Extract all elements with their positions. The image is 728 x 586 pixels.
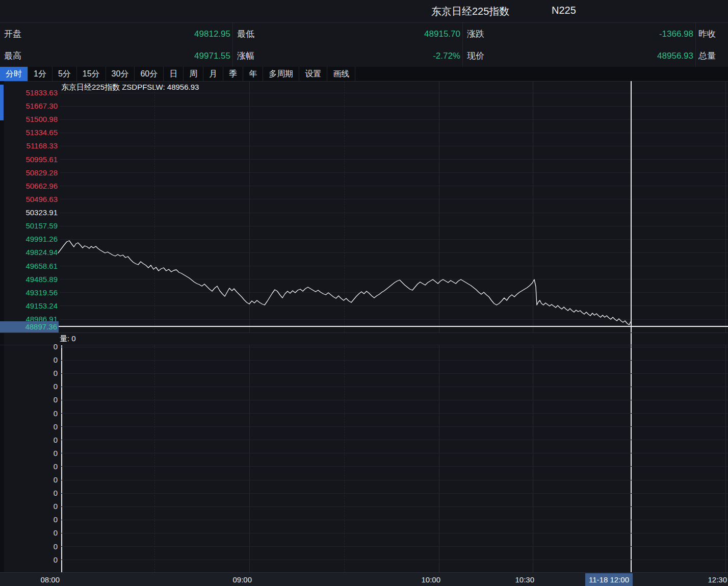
price-polyline: [58, 241, 631, 325]
stat-low: 最低 48915.70: [233, 23, 463, 45]
stat-high-value: 49971.55: [194, 51, 230, 61]
volume-gridline-h: [60, 506, 728, 507]
volume-axis-label: 0: [0, 515, 58, 524]
tab-设置[interactable]: 设置: [299, 67, 327, 81]
volume-axis-label: 0: [0, 355, 58, 365]
stat-prev-close-label: 昨收: [698, 28, 716, 40]
volume-pane[interactable]: 00000000000000000: [0, 345, 728, 573]
title-bar: 东京日经225指数 N225: [0, 0, 728, 23]
volume-gridline-h: [60, 440, 728, 440]
volume-gridline-h: [60, 426, 728, 427]
stat-open-label: 开盘: [4, 28, 21, 40]
stat-prev-close: 昨收: [696, 23, 728, 45]
x-axis-label: 10:30: [515, 575, 534, 585]
stat-open-value: 49812.95: [194, 29, 230, 39]
volume-axis-label: 0: [0, 462, 58, 471]
volume-axis-label: 0: [0, 502, 58, 511]
time-gridline-v: [533, 345, 533, 573]
tab-多周期[interactable]: 多周期: [263, 67, 299, 81]
tab-30分[interactable]: 30分: [106, 67, 135, 81]
volume-gridline-h: [60, 546, 728, 547]
volume-axis-label: 0: [0, 555, 58, 565]
last-price-line: [59, 326, 728, 327]
volume-axis-label: 0: [0, 542, 58, 551]
volume-axis-label: 0: [0, 382, 58, 391]
volume-axis-label: 0: [0, 395, 58, 404]
volume-axis-label: 0: [0, 436, 58, 445]
volume-axis-label: 0: [0, 475, 58, 485]
stat-change-pct: 涨幅 -2.72%: [233, 45, 463, 67]
stats-row-1: 开盘 49812.95 最低 48915.70 涨跌 -1366.98 昨收: [0, 23, 728, 45]
volume-gridline-h: [60, 480, 728, 480]
stat-last-value: 48956.93: [657, 51, 693, 61]
stat-low-label: 最低: [237, 28, 254, 40]
stat-high: 最高 49971.55: [0, 45, 233, 67]
volume-gridline-h: [60, 559, 728, 560]
volume-gridline-h: [60, 373, 728, 374]
stat-last-label: 现价: [467, 50, 484, 62]
stat-change-pct-value: -2.72%: [433, 51, 460, 61]
time-gridline-v: [154, 345, 155, 573]
tab-15分[interactable]: 15分: [77, 67, 106, 81]
time-gridline-v: [249, 345, 250, 573]
volume-gridline-h: [60, 466, 728, 467]
stat-change: 涨跌 -1366.98: [463, 23, 696, 45]
tab-周[interactable]: 周: [184, 67, 203, 81]
time-gridline-v: [344, 345, 345, 573]
time-axis: 08:0009:0010:0010:3011-18 12:0012:30: [0, 572, 728, 586]
x-axis-label: 09:00: [232, 575, 252, 585]
index-name: 东京日经225指数: [431, 5, 509, 18]
volume-axis-label: 0: [0, 528, 58, 538]
tab-1分[interactable]: 1分: [28, 67, 53, 81]
volume-gridline-h: [60, 347, 728, 347]
tab-年[interactable]: 年: [243, 67, 263, 81]
stat-change-label: 涨跌: [467, 28, 484, 40]
stat-low-value: 48915.70: [424, 29, 460, 39]
volume-axis-label: 0: [0, 342, 58, 351]
tab-月[interactable]: 月: [203, 67, 223, 81]
volume-gridline-h: [60, 413, 728, 414]
tab-画线[interactable]: 画线: [327, 67, 355, 81]
stat-last: 现价 48956.93: [463, 45, 696, 67]
time-gridline-v: [439, 345, 439, 573]
tab-季[interactable]: 季: [223, 67, 243, 81]
volume-gridline-h: [60, 453, 728, 453]
price-line-chart: [0, 81, 728, 333]
cursor-price-label: 48897.36: [0, 321, 59, 333]
time-gridline-v: [725, 345, 726, 573]
scrollbar-thumb[interactable]: [0, 85, 4, 120]
volume-axis-label: 0: [0, 409, 58, 418]
volume-header: 量: 0: [0, 333, 728, 345]
tab-分时[interactable]: 分时: [0, 67, 28, 81]
tab-日[interactable]: 日: [164, 67, 184, 81]
quote-stats-panel: 开盘 49812.95 最低 48915.70 涨跌 -1366.98 昨收 最…: [0, 23, 728, 67]
volume-axis-label: 0: [0, 449, 58, 458]
tab-5分[interactable]: 5分: [53, 67, 77, 81]
volume-gridline-h: [60, 533, 728, 533]
volume-gridline-h: [60, 400, 728, 400]
volume-gridline-h: [60, 360, 728, 361]
volume-axis-line: [61, 345, 62, 572]
x-axis-label: 12:30: [708, 575, 727, 585]
x-axis-label: 08:00: [40, 575, 60, 585]
index-symbol: N225: [552, 5, 576, 16]
stat-total-volume-label: 总量: [698, 50, 716, 62]
cursor-time-label: 11-18 12:00: [585, 573, 633, 586]
volume-gridline-h: [60, 387, 728, 387]
volume-gridline-h: [60, 493, 728, 494]
stat-total-volume: 总量: [696, 45, 728, 67]
stat-open: 开盘 49812.95: [0, 23, 233, 45]
stat-change-value: -1366.98: [659, 29, 693, 39]
volume-readout: 量: 0: [60, 334, 76, 344]
volume-axis-label: 0: [0, 369, 58, 378]
period-tab-bar: 分时1分5分15分30分60分日周月季年多周期设置画线: [0, 67, 728, 82]
stat-high-label: 最高: [4, 50, 21, 62]
stats-row-2: 最高 49971.55 涨幅 -2.72% 现价 48956.93 总量: [0, 45, 728, 67]
stat-change-pct-label: 涨幅: [237, 50, 254, 62]
tab-60分[interactable]: 60分: [135, 67, 164, 81]
volume-axis-label: 0: [0, 489, 58, 498]
x-axis-label: 10:00: [421, 575, 440, 585]
volume-axis-label: 0: [0, 422, 58, 431]
volume-gridline-h: [60, 520, 728, 520]
